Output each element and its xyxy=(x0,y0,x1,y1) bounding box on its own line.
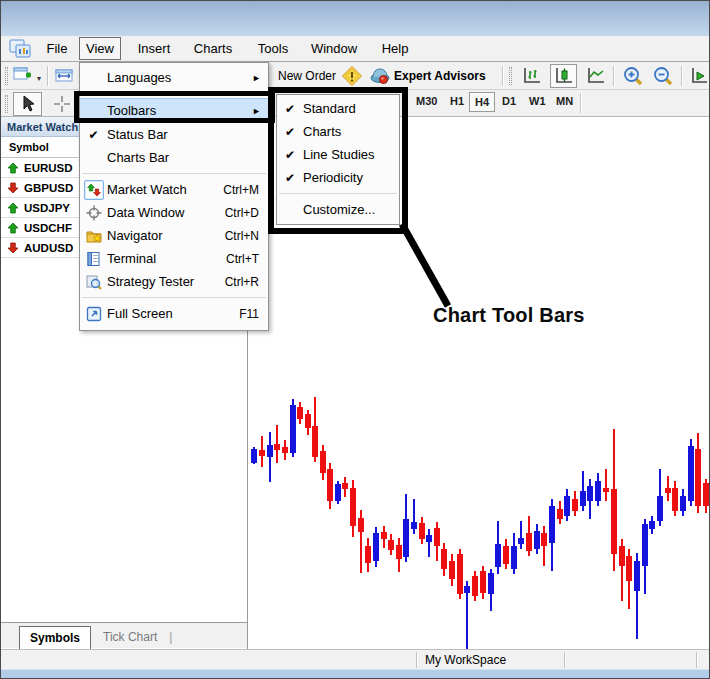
timeframe-mn-button[interactable]: MN xyxy=(551,92,578,110)
menu-view[interactable]: View xyxy=(79,37,121,60)
menu-separator xyxy=(82,297,266,298)
status-bar: My WorkSpace xyxy=(1,649,709,669)
submenu-arrow-icon: ► xyxy=(252,73,268,83)
timeframe-m30-button[interactable]: M30 xyxy=(411,92,442,110)
menu-shortcut: Ctrl+R xyxy=(225,275,268,289)
menu-item-market-watch[interactable]: Market Watch Ctrl+M xyxy=(80,178,268,201)
workspace-status[interactable]: My WorkSpace xyxy=(425,653,506,667)
menu-item-status-bar[interactable]: ✔ Status Bar xyxy=(80,123,268,146)
submenu-item-label: Charts xyxy=(303,124,341,139)
menu-item-label: Full Screen xyxy=(107,306,239,321)
expert-advisors-icon[interactable] xyxy=(369,66,391,90)
submenu-item-line-studies[interactable]: ✔ Line Studies xyxy=(277,143,399,166)
mt4-window: File View Insert Charts Tools Window Hel… xyxy=(0,0,710,679)
up-arrow-icon xyxy=(7,222,19,234)
symbol-name: USDCHF xyxy=(24,222,72,234)
down-arrow-icon xyxy=(7,182,19,194)
submenu-item-customize[interactable]: Customize... xyxy=(277,198,399,221)
bar-chart-type-button[interactable] xyxy=(518,64,545,88)
timeframe-h1-button[interactable]: H1 xyxy=(445,92,469,110)
menu-bar: File View Insert Charts Tools Window Hel… xyxy=(1,36,709,62)
menu-item-charts-bar[interactable]: Charts Bar xyxy=(80,146,268,169)
menu-item-label: Charts Bar xyxy=(107,150,268,165)
menu-item-label: Data Window xyxy=(107,205,225,220)
full-screen-icon xyxy=(80,306,107,322)
submenu-item-charts[interactable]: ✔ Charts xyxy=(277,120,399,143)
navigator-icon xyxy=(80,228,107,244)
auto-scroll-button[interactable] xyxy=(687,64,710,88)
title-bar[interactable] xyxy=(1,1,709,36)
menu-item-languages[interactable]: Languages ► xyxy=(80,66,268,89)
timeframe-h4-button[interactable]: H4 xyxy=(469,92,495,112)
menu-charts[interactable]: Charts xyxy=(185,37,241,60)
menu-item-label: Strategy Tester xyxy=(107,274,225,289)
new-order-button[interactable]: New Order xyxy=(278,69,336,83)
menu-item-label: Toolbars xyxy=(107,103,252,118)
data-window-icon xyxy=(80,205,107,221)
new-chart-button[interactable] xyxy=(11,64,35,88)
menu-separator xyxy=(82,93,266,94)
crosshair-tool-button[interactable] xyxy=(47,92,76,116)
market-watch-icon xyxy=(80,180,107,200)
zoom-in-button[interactable] xyxy=(619,64,646,88)
menu-separator xyxy=(279,193,397,194)
submenu-arrow-icon: ► xyxy=(252,106,268,116)
menu-item-label: Market Watch xyxy=(107,182,223,197)
statusbar-separator xyxy=(696,652,697,668)
alert-diamond-icon[interactable] xyxy=(341,65,363,91)
expert-advisors-button[interactable]: Expert Advisors xyxy=(394,69,486,83)
submenu-item-label: Line Studies xyxy=(303,147,375,162)
toolbar-separator xyxy=(580,93,581,113)
submenu-item-label: Standard xyxy=(303,101,356,116)
tab-symbols[interactable]: Symbols xyxy=(19,626,91,649)
statusbar-separator xyxy=(564,652,565,668)
view-menu-dropdown: Languages ► Toolbars ► ✔ Status Bar Char… xyxy=(79,62,269,331)
new-chart-dropdown-caret-icon[interactable]: ▾ xyxy=(37,74,41,83)
toolbar-grip[interactable] xyxy=(5,95,8,113)
toolbar-separator xyxy=(47,66,48,86)
down-arrow-icon xyxy=(7,242,19,254)
menu-item-strategy-tester[interactable]: Strategy Tester Ctrl+R xyxy=(80,270,268,293)
check-icon: ✔ xyxy=(80,128,107,142)
check-icon: ✔ xyxy=(277,125,303,139)
zoom-out-button[interactable] xyxy=(649,64,676,88)
profiles-button[interactable] xyxy=(52,64,76,88)
toolbar-grip[interactable] xyxy=(509,67,512,85)
toolbar-separator xyxy=(502,66,503,86)
menu-shortcut: Ctrl+N xyxy=(225,229,268,243)
candlestick-chart-type-button[interactable] xyxy=(550,64,577,88)
up-arrow-icon xyxy=(7,162,19,174)
check-icon: ✔ xyxy=(277,102,303,116)
submenu-item-periodicity[interactable]: ✔ Periodicity xyxy=(277,166,399,189)
toolbar-grip[interactable] xyxy=(5,67,8,85)
menu-item-terminal[interactable]: Terminal Ctrl+T xyxy=(80,247,268,270)
menu-tools[interactable]: Tools xyxy=(249,37,297,60)
menu-shortcut: Ctrl+T xyxy=(226,252,268,266)
menu-shortcut: F11 xyxy=(239,307,268,321)
menu-shortcut: Ctrl+D xyxy=(225,206,268,220)
cursor-tool-button[interactable] xyxy=(13,92,42,116)
menu-shortcut: Ctrl+M xyxy=(223,183,268,197)
up-arrow-icon xyxy=(7,202,19,214)
menu-item-full-screen[interactable]: Full Screen F11 xyxy=(80,302,268,325)
menu-insert[interactable]: Insert xyxy=(129,37,179,60)
timeframe-w1-button[interactable]: W1 xyxy=(524,92,551,110)
mt4-logo-icon xyxy=(9,39,33,59)
menu-item-data-window[interactable]: Data Window Ctrl+D xyxy=(80,201,268,224)
check-icon: ✔ xyxy=(277,171,303,185)
check-icon: ✔ xyxy=(277,148,303,162)
line-chart-type-button[interactable] xyxy=(582,64,609,88)
menu-file[interactable]: File xyxy=(35,37,79,60)
statusbar-separator xyxy=(416,652,417,668)
timeframe-d1-button[interactable]: D1 xyxy=(497,92,521,110)
tab-tick-chart[interactable]: Tick Chart xyxy=(91,626,169,648)
menu-window[interactable]: Window xyxy=(303,37,365,60)
symbol-name: GBPUSD xyxy=(24,182,73,194)
menu-help[interactable]: Help xyxy=(373,37,417,60)
submenu-item-standard[interactable]: ✔ Standard xyxy=(277,97,399,120)
symbol-name: EURUSD xyxy=(24,162,73,174)
menu-item-navigator[interactable]: Navigator Ctrl+N xyxy=(80,224,268,247)
terminal-icon xyxy=(80,251,107,267)
menu-item-toolbars[interactable]: Toolbars ► xyxy=(80,98,268,123)
tab-divider: | xyxy=(169,630,172,648)
